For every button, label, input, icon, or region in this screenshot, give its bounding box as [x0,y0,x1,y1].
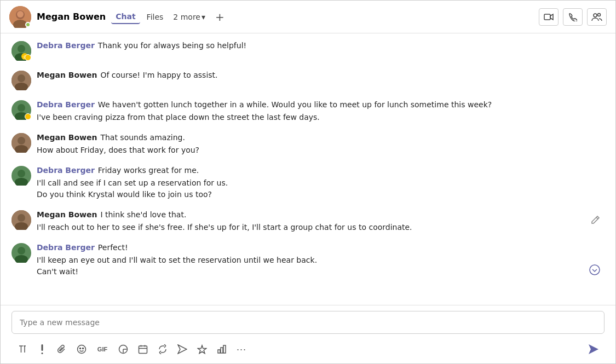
svg-marker-41 [589,344,598,354]
svg-rect-40 [223,345,226,353]
message-body: I've been craving pizza from that place … [37,112,605,123]
sticker-button[interactable] [114,340,132,358]
people-button[interactable] [587,8,607,26]
nav-files[interactable]: Files [142,10,168,24]
message-input-box[interactable] [11,311,605,334]
praise-button[interactable] [193,340,211,358]
message-group: Debra Berger Perfect! I'll keep an eye o… [11,242,605,278]
message-content: Debra Berger We haven't gotten lunch tog… [37,99,605,123]
message-content: Debra Berger Perfect! I'll keep an eye o… [37,242,605,278]
chevron-down-icon: ▾ [202,13,205,21]
send-icon-small [177,344,187,354]
message-body-2: Do you think Krystal would like to join … [37,189,605,200]
message-content: Megan Bowen Of course! I'm happy to assi… [37,70,605,82]
debra-avatar [11,100,31,120]
presence-indicator [25,22,31,27]
megan-avatar [11,133,31,153]
audio-call-button[interactable] [563,8,583,26]
message-group: Debra Berger Friday works great for me. … [11,165,605,200]
more-options-button[interactable]: ··· [233,340,250,358]
svg-point-3 [17,11,24,18]
gif-button[interactable]: GIF [93,340,112,358]
sender-name: Megan Bowen [37,133,97,142]
message-body: I'll call and see if I can set up a rese… [37,177,605,189]
sender-name[interactable]: Debra Berger [37,243,95,252]
message-group: Debra Berger We haven't gotten lunch tog… [11,99,605,123]
message-group: ⭐ Debra Berger Thank you for always bein… [11,40,605,61]
urgent-button[interactable] [33,340,51,358]
message-text: We haven't gotten lunch together in a wh… [98,99,492,111]
sender-name[interactable]: Debra Berger [37,100,95,109]
message-header: Megan Bowen I think she'd love that. [37,209,605,221]
paperclip-icon [57,344,67,354]
sender-name: Megan Bowen [37,71,97,79]
calendar-icon [138,344,148,354]
send-button[interactable] [585,340,602,358]
message-input[interactable] [12,311,604,333]
emoji-button[interactable] [73,340,90,358]
svg-point-16 [18,104,25,112]
svg-point-22 [18,170,25,177]
format-button[interactable] [14,340,31,358]
scroll-to-bottom-button[interactable] [589,264,600,278]
sender-name[interactable]: Debra Berger [37,41,95,50]
svg-text:⭐: ⭐ [22,54,27,60]
header: Megan Bowen Chat Files 2 more ▾ + [1,1,615,33]
nav-more[interactable]: 2 more ▾ [170,10,209,24]
message-body: I'll reach out to her to see if she's fr… [37,222,605,233]
loop-button[interactable] [154,340,171,358]
header-actions [539,8,607,26]
video-icon [544,13,554,21]
message-body: I'll keep an eye out and I'll wait to se… [37,255,605,266]
message-text: That sounds amazing. [100,132,185,143]
video-call-button[interactable] [539,8,559,26]
message-header: Debra Berger We haven't gotten lunch tog… [37,99,605,111]
message-text: Friday works great for me. [98,165,199,176]
svg-point-35 [83,348,84,349]
svg-rect-38 [218,350,220,353]
sticker-icon [118,344,128,354]
message-group: Megan Bowen I think she'd love that. I'l… [11,209,605,233]
svg-point-13 [18,74,25,82]
chart-button[interactable] [213,340,231,358]
message-content: Megan Bowen That sounds amazing. How abo… [37,132,605,156]
megan-avatar [11,210,31,230]
toolbar: GIF [11,337,605,363]
nav-chat[interactable]: Chat [111,10,140,24]
svg-point-30 [590,265,600,275]
message-body-2: Can't wait! [37,266,605,278]
edit-icon[interactable] [590,215,600,227]
debra-avatar [11,166,31,186]
loop-icon [158,344,168,354]
input-area: GIF [1,305,615,363]
format-icon [18,344,27,354]
message-header: Debra Berger Friday works great for me. [37,165,605,176]
svg-rect-36 [139,346,147,354]
svg-point-6 [598,13,601,16]
message-text: I think she'd love that. [100,209,186,221]
phone-icon [568,13,577,21]
header-nav: Chat Files 2 more ▾ + [111,9,229,25]
send-icon [588,343,600,355]
svg-point-25 [18,214,25,222]
svg-point-28 [18,247,25,255]
praise-icon [197,344,207,354]
nav-add-button[interactable]: + [211,9,229,25]
message-body: How about Friday, does that work for you… [37,145,605,156]
message-text: Of course! I'm happy to assist. [100,70,217,81]
svg-point-32 [42,353,43,354]
svg-point-19 [18,137,25,145]
schedule-button[interactable] [134,340,152,358]
send-scheduled-button[interactable] [174,340,191,358]
sender-name[interactable]: Debra Berger [37,166,95,175]
debra-avatar: ⭐ [11,41,31,61]
svg-point-34 [80,348,81,349]
message-group: Megan Bowen Of course! I'm happy to assi… [11,70,605,90]
svg-rect-39 [221,348,223,353]
header-left: Megan Bowen Chat Files 2 more ▾ + [9,6,539,28]
attach-button[interactable] [53,340,71,358]
message-text: Thank you for always being so helpful! [98,40,246,51]
svg-point-33 [78,345,86,354]
emoji-icon [77,344,87,354]
debra-avatar [11,243,31,263]
